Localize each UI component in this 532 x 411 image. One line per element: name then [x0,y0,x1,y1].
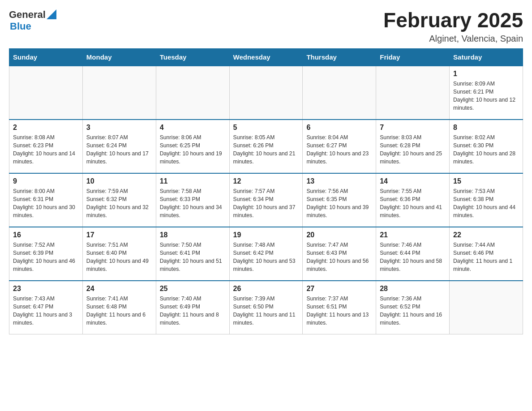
table-row: 21Sunrise: 7:46 AMSunset: 6:44 PMDayligh… [376,227,450,281]
table-row: 13Sunrise: 7:56 AMSunset: 6:35 PMDayligh… [303,173,376,227]
day-number: 28 [380,285,446,293]
table-row [9,66,83,120]
table-row [450,281,523,334]
day-info: Sunrise: 8:06 AMSunset: 6:25 PMDaylight:… [160,133,226,166]
day-info: Sunrise: 7:37 AMSunset: 6:51 PMDaylight:… [306,295,372,327]
table-row: 7Sunrise: 8:03 AMSunset: 6:28 PMDaylight… [376,120,450,173]
day-info: Sunrise: 7:51 AMSunset: 6:40 PMDaylight:… [86,241,152,274]
day-info: Sunrise: 7:56 AMSunset: 6:35 PMDaylight:… [306,187,372,220]
table-row: 9Sunrise: 8:00 AMSunset: 6:31 PMDaylight… [9,173,83,227]
table-row: 28Sunrise: 7:36 AMSunset: 6:52 PMDayligh… [376,281,450,334]
day-number: 14 [380,177,446,185]
header-friday: Friday [376,48,450,66]
day-number: 11 [160,177,226,185]
day-number: 19 [233,231,299,239]
day-number: 23 [13,285,79,293]
table-row: 23Sunrise: 7:43 AMSunset: 6:47 PMDayligh… [9,281,83,334]
table-row: 22Sunrise: 7:44 AMSunset: 6:46 PMDayligh… [450,227,523,281]
header-saturday: Saturday [450,48,523,66]
table-row: 2Sunrise: 8:08 AMSunset: 6:23 PMDaylight… [9,120,83,173]
table-row: 5Sunrise: 8:05 AMSunset: 6:26 PMDaylight… [229,120,303,173]
day-number: 24 [86,285,152,293]
table-row: 3Sunrise: 8:07 AMSunset: 6:24 PMDaylight… [82,120,156,173]
day-info: Sunrise: 8:00 AMSunset: 6:31 PMDaylight:… [13,187,79,220]
day-info: Sunrise: 8:08 AMSunset: 6:23 PMDaylight:… [13,133,79,166]
table-row: 4Sunrise: 8:06 AMSunset: 6:25 PMDaylight… [156,120,229,173]
day-number: 17 [86,231,152,239]
table-row: 1Sunrise: 8:09 AMSunset: 6:21 PMDaylight… [450,66,523,120]
day-info: Sunrise: 7:39 AMSunset: 6:50 PMDaylight:… [233,295,299,327]
day-info: Sunrise: 8:07 AMSunset: 6:24 PMDaylight:… [86,133,152,166]
day-number: 27 [306,285,372,293]
day-number: 9 [13,177,79,185]
day-number: 8 [453,124,519,132]
day-info: Sunrise: 8:05 AMSunset: 6:26 PMDaylight:… [233,133,299,166]
table-row: 6Sunrise: 8:04 AMSunset: 6:27 PMDaylight… [303,120,376,173]
calendar-week-row: 1Sunrise: 8:09 AMSunset: 6:21 PMDaylight… [9,66,523,120]
day-info: Sunrise: 7:59 AMSunset: 6:32 PMDaylight:… [86,187,152,220]
day-info: Sunrise: 8:04 AMSunset: 6:27 PMDaylight:… [306,133,372,166]
table-row: 24Sunrise: 7:41 AMSunset: 6:48 PMDayligh… [82,281,156,334]
day-info: Sunrise: 7:57 AMSunset: 6:34 PMDaylight:… [233,187,299,220]
table-row: 10Sunrise: 7:59 AMSunset: 6:32 PMDayligh… [82,173,156,227]
location-title: Alginet, Valencia, Spain [383,34,523,44]
day-info: Sunrise: 7:46 AMSunset: 6:44 PMDaylight:… [380,241,446,274]
table-row: 20Sunrise: 7:47 AMSunset: 6:43 PMDayligh… [303,227,376,281]
calendar-week-row: 23Sunrise: 7:43 AMSunset: 6:47 PMDayligh… [9,281,523,334]
month-title: February 2025 [383,9,523,32]
day-number: 10 [86,177,152,185]
logo-triangle-icon [47,9,56,19]
day-info: Sunrise: 8:03 AMSunset: 6:28 PMDaylight:… [380,133,446,166]
calendar-week-row: 2Sunrise: 8:08 AMSunset: 6:23 PMDaylight… [9,120,523,173]
table-row [156,66,229,120]
svg-marker-0 [47,9,56,19]
calendar-week-row: 9Sunrise: 8:00 AMSunset: 6:31 PMDaylight… [9,173,523,227]
table-row: 8Sunrise: 8:02 AMSunset: 6:30 PMDaylight… [450,120,523,173]
table-row: 27Sunrise: 7:37 AMSunset: 6:51 PMDayligh… [303,281,376,334]
day-number: 7 [380,124,446,132]
day-info: Sunrise: 7:52 AMSunset: 6:39 PMDaylight:… [13,241,79,274]
day-number: 16 [13,231,79,239]
table-row: 17Sunrise: 7:51 AMSunset: 6:40 PMDayligh… [82,227,156,281]
table-row: 14Sunrise: 7:55 AMSunset: 6:36 PMDayligh… [376,173,450,227]
day-info: Sunrise: 7:55 AMSunset: 6:36 PMDaylight:… [380,187,446,220]
day-number: 21 [380,231,446,239]
table-row: 25Sunrise: 7:40 AMSunset: 6:49 PMDayligh… [156,281,229,334]
header-thursday: Thursday [303,48,376,66]
day-number: 26 [233,285,299,293]
table-row: 12Sunrise: 7:57 AMSunset: 6:34 PMDayligh… [229,173,303,227]
day-number: 6 [306,124,372,132]
page-header: General Blue February 2025 Alginet, Vale… [9,9,523,44]
day-number: 1 [453,70,519,78]
day-info: Sunrise: 7:41 AMSunset: 6:48 PMDaylight:… [86,295,152,327]
day-number: 18 [160,231,226,239]
table-row [229,66,303,120]
day-info: Sunrise: 7:44 AMSunset: 6:46 PMDaylight:… [453,241,519,274]
day-info: Sunrise: 7:47 AMSunset: 6:43 PMDaylight:… [306,241,372,274]
table-row: 11Sunrise: 7:58 AMSunset: 6:33 PMDayligh… [156,173,229,227]
day-info: Sunrise: 7:48 AMSunset: 6:42 PMDaylight:… [233,241,299,274]
logo-general-text: General [9,9,46,21]
day-info: Sunrise: 7:43 AMSunset: 6:47 PMDaylight:… [13,295,79,327]
header-sunday: Sunday [9,48,83,66]
header-tuesday: Tuesday [156,48,229,66]
calendar-table: Sunday Monday Tuesday Wednesday Thursday… [9,48,523,335]
table-row [303,66,376,120]
day-number: 4 [160,124,226,132]
day-number: 3 [86,124,152,132]
day-info: Sunrise: 7:50 AMSunset: 6:41 PMDaylight:… [160,241,226,274]
day-info: Sunrise: 7:53 AMSunset: 6:38 PMDaylight:… [453,187,519,220]
day-number: 25 [160,285,226,293]
logo: General Blue [9,9,56,32]
table-row [82,66,156,120]
table-row: 16Sunrise: 7:52 AMSunset: 6:39 PMDayligh… [9,227,83,281]
day-number: 5 [233,124,299,132]
day-number: 22 [453,231,519,239]
logo-blue-text: Blue [10,21,31,32]
table-row: 15Sunrise: 7:53 AMSunset: 6:38 PMDayligh… [450,173,523,227]
table-row: 19Sunrise: 7:48 AMSunset: 6:42 PMDayligh… [229,227,303,281]
header-wednesday: Wednesday [229,48,303,66]
day-info: Sunrise: 7:36 AMSunset: 6:52 PMDaylight:… [380,295,446,327]
day-number: 12 [233,177,299,185]
day-number: 13 [306,177,372,185]
